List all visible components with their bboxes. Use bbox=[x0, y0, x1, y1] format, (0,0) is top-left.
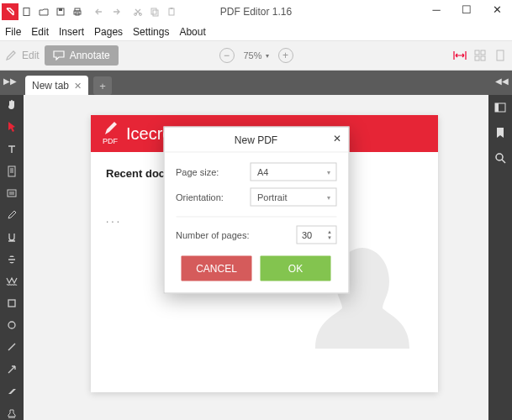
chevron-down-icon: ▾ bbox=[266, 52, 269, 60]
titlebar: PDF Editor 1.16 ─ ☐ ✕ bbox=[0, 0, 512, 24]
pencil-icon[interactable] bbox=[3, 208, 20, 222]
search-icon[interactable] bbox=[493, 150, 508, 165]
svg-rect-14 bbox=[475, 56, 479, 60]
quick-actions bbox=[2, 3, 180, 20]
annotate-button[interactable]: Annotate bbox=[45, 45, 119, 66]
menu-pages[interactable]: Pages bbox=[94, 26, 123, 38]
new-icon[interactable] bbox=[18, 3, 35, 20]
svg-rect-15 bbox=[481, 56, 485, 60]
paste-icon[interactable] bbox=[163, 3, 180, 20]
orientation-label: Orientation: bbox=[176, 192, 243, 202]
window-title: PDF Editor 1.16 bbox=[220, 6, 292, 18]
page-size-label: Page size: bbox=[176, 167, 243, 177]
dialog-close-button[interactable]: ✕ bbox=[333, 133, 341, 144]
menubar: File Edit Insert Pages Settings About bbox=[0, 24, 512, 40]
page-size-value: A4 bbox=[257, 167, 268, 177]
zoom-controls: − 75% ▾ + bbox=[219, 47, 293, 64]
annotate-icon bbox=[53, 50, 65, 60]
svg-rect-16 bbox=[497, 50, 504, 60]
menu-edit[interactable]: Edit bbox=[31, 26, 49, 38]
save-icon[interactable] bbox=[52, 3, 69, 20]
toolbar: Edit Annotate − 75% ▾ + bbox=[0, 41, 512, 70]
svg-rect-9 bbox=[153, 10, 158, 16]
pdf-logo-label: PDF bbox=[103, 137, 118, 145]
tab-label: New tab bbox=[32, 80, 69, 92]
page-icon[interactable] bbox=[3, 165, 20, 178]
close-button[interactable]: ✕ bbox=[482, 0, 512, 18]
hand-icon[interactable] bbox=[3, 98, 20, 112]
zoom-dropdown[interactable]: 75% ▾ bbox=[239, 47, 272, 64]
text-icon[interactable] bbox=[3, 142, 20, 155]
zoom-out-button[interactable]: − bbox=[219, 48, 234, 63]
arrow-icon[interactable] bbox=[3, 362, 20, 375]
circle-icon[interactable] bbox=[3, 318, 20, 332]
dialog-title: New PDF ✕ bbox=[164, 128, 348, 153]
cut-icon[interactable] bbox=[129, 3, 146, 20]
bookmark-icon[interactable] bbox=[493, 125, 508, 140]
maximize-button[interactable]: ☐ bbox=[451, 0, 482, 18]
grid-view-icon[interactable] bbox=[473, 49, 487, 62]
svg-rect-18 bbox=[8, 190, 16, 197]
cancel-button[interactable]: CANCEL bbox=[182, 256, 252, 281]
line-icon[interactable] bbox=[3, 340, 20, 354]
right-toolbar bbox=[488, 95, 512, 420]
menu-file[interactable]: File bbox=[5, 26, 21, 38]
eraser-icon[interactable] bbox=[3, 385, 20, 398]
svg-point-20 bbox=[8, 322, 15, 328]
zoom-in-button[interactable]: + bbox=[278, 48, 293, 63]
fit-width-icon[interactable] bbox=[453, 49, 467, 62]
tab-close-icon[interactable]: ✕ bbox=[74, 81, 82, 92]
wave-icon[interactable] bbox=[3, 275, 20, 288]
new-pdf-dialog: New PDF ✕ Page size: A4 ▾ Orientation: P… bbox=[163, 127, 349, 294]
num-pages-input[interactable]: 30 ▲▼ bbox=[296, 226, 336, 244]
panel-icon[interactable] bbox=[493, 100, 508, 115]
svg-rect-0 bbox=[24, 8, 29, 16]
single-page-icon[interactable] bbox=[494, 49, 507, 62]
svg-rect-12 bbox=[475, 50, 479, 55]
view-mode-icons bbox=[453, 49, 507, 62]
minimize-button[interactable]: ─ bbox=[421, 0, 451, 18]
svg-rect-10 bbox=[169, 8, 174, 15]
svg-rect-11 bbox=[171, 8, 173, 9]
num-pages-value: 30 bbox=[302, 230, 312, 240]
stamp-icon[interactable] bbox=[3, 407, 20, 420]
chevron-down-icon: ▾ bbox=[327, 168, 330, 176]
zoom-value: 75% bbox=[243, 50, 261, 60]
svg-rect-19 bbox=[8, 300, 15, 307]
tab-scroll-left[interactable]: ▶▶ bbox=[3, 76, 17, 86]
app-icon bbox=[2, 3, 18, 20]
notes-icon[interactable] bbox=[3, 186, 20, 200]
page-size-dropdown[interactable]: A4 ▾ bbox=[250, 163, 336, 181]
svg-rect-13 bbox=[481, 50, 485, 55]
undo-icon[interactable] bbox=[91, 3, 108, 20]
underline-icon[interactable] bbox=[3, 230, 20, 244]
edit-mode-icon bbox=[5, 50, 17, 61]
window-controls: ─ ☐ ✕ bbox=[421, 0, 512, 18]
print-icon[interactable] bbox=[69, 3, 86, 20]
tab-scroll-right[interactable]: ◀◀ bbox=[495, 76, 509, 86]
num-pages-stepper[interactable]: ▲▼ bbox=[327, 229, 332, 241]
new-tab-button[interactable]: + bbox=[93, 76, 112, 95]
left-toolbar bbox=[0, 95, 24, 420]
orientation-value: Portrait bbox=[257, 192, 287, 202]
pdf-logo-icon: PDF bbox=[103, 122, 118, 145]
tabstrip: ▶▶ New tab ✕ + ◀◀ bbox=[0, 71, 512, 96]
tab-new[interactable]: New tab ✕ bbox=[25, 76, 88, 96]
menu-insert[interactable]: Insert bbox=[59, 26, 84, 38]
svg-rect-2 bbox=[59, 8, 62, 11]
open-icon[interactable] bbox=[35, 3, 52, 20]
menu-about[interactable]: About bbox=[179, 26, 205, 38]
menu-settings[interactable]: Settings bbox=[133, 26, 169, 38]
svg-rect-22 bbox=[495, 103, 499, 112]
square-icon[interactable] bbox=[3, 297, 20, 310]
cursor-icon[interactable] bbox=[3, 120, 20, 134]
redo-icon[interactable] bbox=[108, 3, 124, 20]
orientation-dropdown[interactable]: Portrait ▾ bbox=[250, 188, 336, 207]
chevron-down-icon: ▾ bbox=[327, 193, 330, 201]
copy-icon[interactable] bbox=[146, 3, 163, 20]
strike-icon[interactable] bbox=[3, 252, 20, 265]
num-pages-label: Number of pages: bbox=[176, 230, 249, 240]
ok-button[interactable]: OK bbox=[261, 256, 331, 281]
svg-point-23 bbox=[496, 154, 503, 160]
edit-mode-label[interactable]: Edit bbox=[22, 50, 40, 61]
